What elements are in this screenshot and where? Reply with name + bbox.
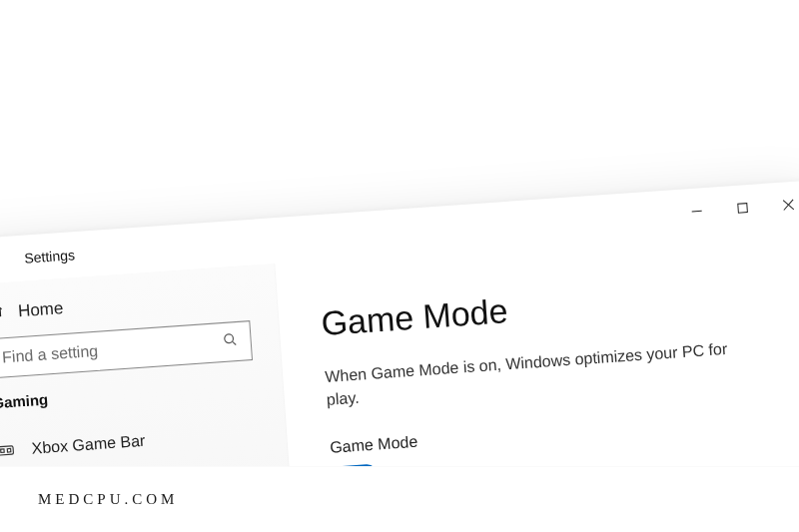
titlebar-left: Settings: [0, 246, 75, 270]
page-description: When Game Mode is on, Windows optimizes …: [325, 336, 746, 412]
minimize-button[interactable]: [672, 187, 721, 236]
canvas: Settings: [0, 0, 799, 532]
svg-rect-1: [738, 204, 748, 214]
window-title: Settings: [24, 247, 76, 266]
watermark-strip: MEDCPU.COM: [0, 466, 799, 532]
sidebar-section-label: Gaming: [0, 376, 255, 411]
search-field[interactable]: [2, 333, 224, 366]
maximize-button[interactable]: [718, 184, 767, 233]
game-bar-icon: [0, 440, 16, 461]
svg-rect-7: [1, 449, 5, 453]
page-title: Game Mode: [320, 272, 787, 343]
svg-point-4: [225, 334, 234, 343]
watermark-text: MEDCPU.COM: [38, 491, 178, 508]
sidebar-item-label: Home: [17, 298, 64, 321]
svg-rect-8: [7, 448, 11, 452]
home-icon: [0, 300, 5, 324]
svg-line-0: [692, 211, 702, 212]
svg-rect-6: [0, 446, 14, 455]
search-icon: [222, 331, 239, 352]
close-button[interactable]: [764, 181, 799, 230]
svg-line-5: [233, 341, 237, 345]
sidebar-item-label: Xbox Game Bar: [31, 432, 146, 458]
